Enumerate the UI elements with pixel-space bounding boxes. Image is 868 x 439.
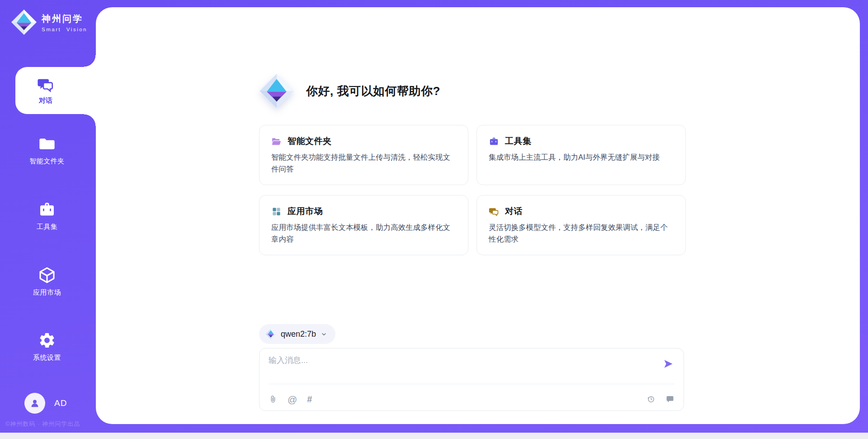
card-chat[interactable]: 对话 灵活切换多模型文件，支持多样回复效果调试，满足个性化需求 <box>476 195 686 255</box>
brand: 神州问学 Smart Vision <box>11 9 87 35</box>
assistant-logo-icon <box>259 73 294 109</box>
user-profile[interactable]: AD <box>24 393 67 414</box>
main-panel: 你好, 我可以如何帮助你? 智能文件夹 智能文件夹功能支持批量文件上传与清洗，轻… <box>96 7 860 424</box>
cube-icon <box>38 266 56 284</box>
history-icon <box>646 395 656 404</box>
composer-toolbar: @ # <box>269 389 675 409</box>
comment-icon <box>665 395 675 404</box>
sidebar-item-toolset[interactable]: 工具集 <box>3 200 91 231</box>
card-smart-folders[interactable]: 智能文件夹 智能文件夹功能支持批量文件上传与清洗，轻松实现文件问答 <box>259 125 468 185</box>
chevron-down-icon <box>321 331 327 338</box>
model-selector[interactable]: qwen2:7b <box>259 324 335 344</box>
diamond-logo-icon <box>265 329 276 339</box>
card-title: 对话 <box>505 205 523 217</box>
active-tab-curve-bottom <box>84 114 96 126</box>
card-description: 应用市场提供丰富长文本模板，助力高效生成多样化文章内容 <box>271 222 456 245</box>
send-icon <box>663 358 674 369</box>
active-tab-curve-top <box>84 55 96 67</box>
card-title: 智能文件夹 <box>288 135 332 147</box>
sidebar-item-chat[interactable]: 对话 <box>15 67 96 114</box>
briefcase-icon <box>489 136 499 147</box>
avatar <box>24 393 45 414</box>
gear-icon <box>38 331 56 349</box>
user-name: AD <box>54 398 67 408</box>
sidebar-item-settings[interactable]: 系统设置 <box>3 331 91 362</box>
attach-file-button[interactable] <box>269 395 278 404</box>
card-toolset[interactable]: 工具集 集成市场上主流工具，助力AI与外界无缝扩展与对接 <box>476 125 686 185</box>
paperclip-icon <box>269 395 278 404</box>
copyright-text: ©神州数码 · 神州问学出品 <box>5 420 80 428</box>
sidebar-item-label: 系统设置 <box>33 353 61 362</box>
brand-logo-icon <box>11 9 37 35</box>
toolbox-icon <box>38 200 56 219</box>
sidebar-item-label: 应用市场 <box>33 288 61 297</box>
new-chat-button[interactable] <box>665 395 675 404</box>
card-title: 工具集 <box>505 135 532 147</box>
card-app-market[interactable]: 应用市场 应用市场提供丰富长文本模板，助力高效生成多样化文章内容 <box>259 195 468 255</box>
grid-icon <box>271 206 282 217</box>
history-button[interactable] <box>646 395 656 404</box>
sidebar-item-label: 对话 <box>39 96 52 105</box>
sidebar-item-label: 工具集 <box>37 223 58 231</box>
mention-button[interactable]: @ <box>288 395 297 404</box>
model-name: qwen2:7b <box>281 329 316 339</box>
brand-name: 神州问学 <box>42 13 87 25</box>
composer-divider <box>269 384 675 384</box>
sidebar-item-app-market[interactable]: 应用市场 <box>3 266 91 297</box>
sidebar-item-smart-folders[interactable]: 智能文件夹 <box>3 135 91 166</box>
message-input[interactable] <box>269 355 644 380</box>
card-description: 集成市场上主流工具，助力AI与外界无缝扩展与对接 <box>489 152 674 163</box>
card-description: 灵活切换多模型文件，支持多样回复效果调试，满足个性化需求 <box>489 222 674 245</box>
hashtag-button[interactable]: # <box>307 395 312 404</box>
chat-icon <box>489 206 499 217</box>
app-root: 神州问学 Smart Vision 对话 智能文件夹 <box>0 0 868 439</box>
hash-icon: # <box>307 395 312 404</box>
folder-icon <box>38 135 56 153</box>
sidebar-item-label: 智能文件夹 <box>29 157 65 166</box>
feature-cards: 智能文件夹 智能文件夹功能支持批量文件上传与清洗，轻松实现文件问答 工具集 集成… <box>259 125 686 255</box>
folder-open-icon <box>271 136 282 147</box>
card-title: 应用市场 <box>288 205 323 217</box>
chat-icon <box>37 76 54 93</box>
user-icon <box>28 397 41 410</box>
card-description: 智能文件夹功能支持批量文件上传与清洗，轻松实现文件问答 <box>271 152 456 175</box>
brand-subtitle: Smart Vision <box>42 27 87 32</box>
greeting: 你好, 我可以如何帮助你? <box>259 73 440 109</box>
send-button[interactable] <box>663 358 674 369</box>
at-icon: @ <box>288 395 297 404</box>
bottom-edge-strip <box>0 433 868 439</box>
message-composer: @ # <box>259 348 684 411</box>
greeting-title: 你好, 我可以如何帮助你? <box>306 83 440 99</box>
